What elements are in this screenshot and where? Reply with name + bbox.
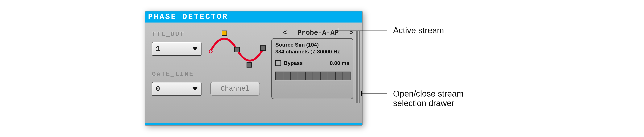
- prev-stream-button[interactable]: <: [283, 29, 287, 37]
- stream-selector: < Probe-A-AP >: [283, 29, 354, 37]
- phase-node-rising[interactable]: [260, 46, 266, 51]
- panel-bottom-accent: [146, 123, 362, 125]
- stream-info-box: Source Sim (104) 384 channels @ 30000 Hz…: [271, 38, 354, 99]
- callout-line: [338, 30, 387, 31]
- channel-button-label: Channel: [220, 85, 250, 93]
- channel-count: 384 channels @ 30000 Hz: [275, 49, 350, 55]
- buffer-meter: [275, 72, 350, 80]
- chevron-down-icon: [192, 87, 198, 91]
- panel-title: PHASE DETECTOR: [146, 12, 362, 22]
- chevron-down-icon: [192, 47, 198, 51]
- phase-wave-display: [208, 28, 266, 70]
- phase-node-start[interactable]: [209, 50, 212, 54]
- phase-node-falling[interactable]: [234, 47, 240, 52]
- stream-drawer-handle[interactable]: [356, 30, 361, 103]
- annotation-active-stream: Active stream: [393, 26, 444, 35]
- ttl-out-dropdown[interactable]: 1: [152, 42, 202, 56]
- channel-button[interactable]: Channel: [210, 82, 260, 96]
- gate-line-value: 0: [156, 85, 160, 93]
- bypass-label: Bypass: [284, 60, 303, 66]
- gate-line-dropdown[interactable]: 0: [152, 82, 202, 96]
- phase-node-trough[interactable]: [246, 62, 252, 68]
- gate-line-label: GATE_LINE: [152, 70, 194, 78]
- phase-node-peak[interactable]: [222, 30, 227, 36]
- active-stream-name: Probe-A-AP: [287, 29, 350, 37]
- bypass-checkbox[interactable]: [275, 60, 281, 66]
- ttl-out-value: 1: [156, 45, 160, 53]
- source-name: Source Sim (104): [275, 42, 350, 48]
- phase-detector-panel: PHASE DETECTOR TTL_OUT 1 GATE_LINE 0 Cha…: [145, 11, 362, 126]
- ttl-out-label: TTL_OUT: [152, 30, 184, 38]
- annotation-drawer: Open/close stream selection drawer: [393, 89, 492, 108]
- next-stream-button[interactable]: >: [349, 29, 354, 37]
- callout-line: [361, 94, 387, 94]
- latency-value: 0.00 ms: [330, 60, 350, 66]
